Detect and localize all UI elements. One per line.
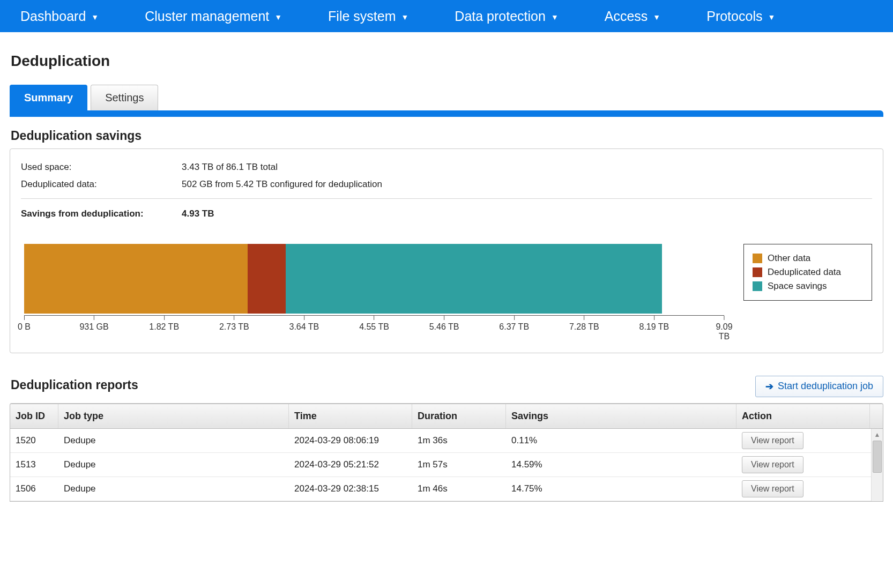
tabs: Summary Settings (10, 85, 883, 110)
cell-duration: 1m 46s (412, 477, 506, 501)
axis-tick: 931 GB (79, 316, 108, 332)
tab-underline (10, 110, 883, 117)
nav-data-protection[interactable]: Data protection ▼ (440, 9, 573, 24)
cell-savings: 0.11% (506, 429, 736, 452)
legend-item-savings: Space savings (753, 281, 863, 292)
scroll-thumb[interactable] (873, 441, 882, 473)
legend: Other data Deduplicated data Space savin… (743, 244, 872, 301)
tab-label: Summary (24, 92, 73, 103)
axis-tick: 9.09 TB (716, 316, 732, 341)
nav-cluster-management[interactable]: Cluster management ▼ (130, 9, 297, 24)
nav-label: File system (328, 9, 396, 24)
axis-tick: 2.73 TB (219, 316, 249, 332)
cell-job-type: Dedupe (58, 429, 289, 452)
axis-tick: 7.28 TB (569, 316, 599, 332)
cell-duration: 1m 36s (412, 429, 506, 452)
nav-access[interactable]: Access ▼ (590, 9, 675, 24)
cell-action: View report (736, 429, 883, 452)
reports-grid: Job ID Job type Time Duration Savings Ac… (10, 403, 883, 502)
top-nav: Dashboard ▼ Cluster management ▼ File sy… (0, 0, 893, 32)
chevron-down-icon: ▼ (91, 13, 99, 21)
used-space-label: Used space: (21, 162, 182, 173)
savings-label: Savings from deduplication: (21, 209, 182, 219)
page-title: Deduplication (11, 53, 883, 70)
cell-job-id: 1506 (10, 477, 58, 501)
cell-savings: 14.75% (506, 477, 736, 501)
table-row: 1513Dedupe2024-03-29 05:21:521m 57s14.59… (10, 453, 883, 477)
start-dedup-job-button[interactable]: ➔ Start deduplication job (755, 376, 883, 397)
axis-tick: 4.55 TB (359, 316, 389, 332)
nav-label: Protocols (706, 9, 762, 24)
axis-tick: 5.46 TB (429, 316, 459, 332)
tab-settings[interactable]: Settings (91, 85, 158, 110)
axis-tick: 6.37 TB (499, 316, 529, 332)
cell-duration: 1m 57s (412, 453, 506, 477)
nav-label: Cluster management (145, 9, 269, 24)
chevron-down-icon: ▼ (551, 13, 559, 21)
chevron-down-icon: ▼ (653, 13, 660, 21)
col-scroll-spacer (870, 404, 883, 428)
scrollbar[interactable]: ▲ (871, 429, 883, 501)
savings-panel: Used space: 3.43 TB of 86.1 TB total Ded… (10, 148, 883, 353)
dedup-data-row: Deduplicated data: 502 GB from 5.42 TB c… (21, 176, 872, 193)
scroll-up-icon[interactable]: ▲ (872, 429, 883, 441)
cell-savings: 14.59% (506, 453, 736, 477)
chevron-down-icon: ▼ (768, 13, 775, 21)
grid-body: 1520Dedupe2024-03-29 08:06:191m 36s0.11%… (10, 429, 883, 501)
bar-segment-save (286, 244, 662, 314)
grid-header: Job ID Job type Time Duration Savings Ac… (10, 404, 883, 429)
legend-swatch-icon (753, 267, 762, 277)
nav-label: Dashboard (20, 9, 86, 24)
col-action[interactable]: Action (736, 404, 870, 428)
dedup-data-label: Deduplicated data: (21, 179, 182, 190)
cell-job-type: Dedupe (58, 453, 289, 477)
nav-file-system[interactable]: File system ▼ (313, 9, 423, 24)
reports-title: Deduplication reports (11, 378, 138, 392)
cell-action: View report (736, 477, 883, 501)
savings-title: Deduplication savings (11, 129, 883, 143)
legend-label: Deduplicated data (768, 267, 841, 278)
savings-row: Savings from deduplication: 4.93 TB (21, 198, 872, 222)
dedup-data-value: 502 GB from 5.42 TB configured for dedup… (182, 179, 382, 190)
legend-swatch-icon (753, 281, 762, 291)
view-report-button[interactable]: View report (742, 432, 803, 449)
cell-job-id: 1513 (10, 453, 58, 477)
stacked-bar (24, 244, 662, 314)
nav-dashboard[interactable]: Dashboard ▼ (5, 9, 114, 24)
col-job-type[interactable]: Job type (58, 404, 289, 428)
bar-segment-dedup (248, 244, 286, 314)
tab-label: Settings (105, 92, 144, 103)
bar-segment-other (24, 244, 248, 314)
col-savings[interactable]: Savings (506, 404, 736, 428)
nav-label: Access (605, 9, 648, 24)
legend-label: Other data (768, 253, 810, 264)
savings-value: 4.93 TB (182, 209, 214, 219)
chevron-down-icon: ▼ (401, 13, 409, 21)
button-label: Start deduplication job (778, 381, 873, 392)
cell-time: 2024-03-29 02:38:15 (289, 477, 412, 501)
axis-tick: 0 B (18, 316, 31, 332)
col-duration[interactable]: Duration (412, 404, 506, 428)
nav-label: Data protection (455, 9, 546, 24)
view-report-button[interactable]: View report (742, 480, 803, 497)
x-axis: 0 B931 GB1.82 TB2.73 TB3.64 TB4.55 TB5.4… (24, 315, 724, 337)
tab-summary[interactable]: Summary (10, 85, 87, 110)
used-space-value: 3.43 TB of 86.1 TB total (182, 162, 278, 173)
nav-protocols[interactable]: Protocols ▼ (691, 9, 790, 24)
col-job-id[interactable]: Job ID (10, 404, 58, 428)
axis-tick: 1.82 TB (149, 316, 179, 332)
used-space-row: Used space: 3.43 TB of 86.1 TB total (21, 159, 872, 176)
table-row: 1520Dedupe2024-03-29 08:06:191m 36s0.11%… (10, 429, 883, 453)
chevron-down-icon: ▼ (274, 13, 282, 21)
view-report-button[interactable]: View report (742, 456, 803, 473)
legend-item-dedup: Deduplicated data (753, 267, 863, 278)
cell-time: 2024-03-29 05:21:52 (289, 453, 412, 477)
legend-swatch-icon (753, 254, 762, 263)
cell-time: 2024-03-29 08:06:19 (289, 429, 412, 452)
axis-tick: 8.19 TB (639, 316, 669, 332)
table-row: 1506Dedupe2024-03-29 02:38:151m 46s14.75… (10, 477, 883, 501)
col-time[interactable]: Time (289, 404, 412, 428)
cell-job-type: Dedupe (58, 477, 289, 501)
arrow-right-icon: ➔ (765, 381, 773, 392)
savings-chart: 0 B931 GB1.82 TB2.73 TB3.64 TB4.55 TB5.4… (21, 244, 872, 337)
